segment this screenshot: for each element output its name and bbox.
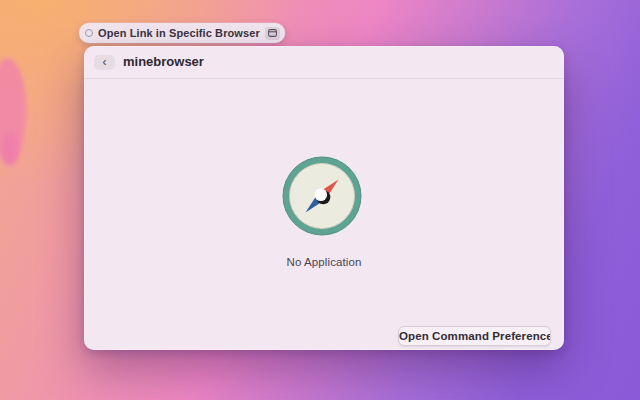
- browser-badge-icon: [265, 27, 280, 40]
- header-divider: [84, 78, 564, 79]
- desktop-background: Open Link in Specific Browser ‹ minebrow…: [0, 0, 640, 400]
- chevron-left-icon: ‹: [103, 56, 107, 68]
- compass-icon: [282, 156, 362, 236]
- command-pill-label: Open Link in Specific Browser: [98, 27, 260, 39]
- back-button[interactable]: ‹: [94, 55, 115, 70]
- launcher-window: ‹ minebrowser No Application Open Comman…: [84, 46, 564, 350]
- search-bar: ‹ minebrowser: [84, 46, 564, 78]
- open-command-preferences-label: Open Command Preferences: [399, 327, 551, 345]
- empty-state-message: No Application: [84, 256, 564, 268]
- open-command-preferences-button[interactable]: Open Command Preferences >_: [398, 326, 551, 346]
- search-input[interactable]: minebrowser: [123, 46, 204, 78]
- command-pill[interactable]: Open Link in Specific Browser: [79, 23, 285, 43]
- paint-stroke: [2, 132, 18, 164]
- record-circle-icon: [85, 29, 93, 37]
